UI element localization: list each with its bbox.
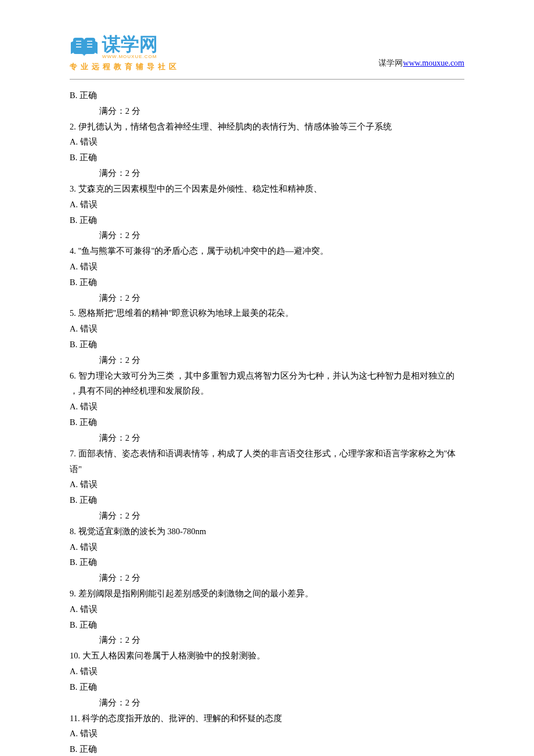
score-line: 满分：2 分	[70, 632, 464, 648]
option-a: A. 错误	[70, 539, 464, 555]
page-header: 谋学网 WWW.MOUXUE.COM 专业远程教育辅导社区 谋学网www.mou…	[70, 35, 464, 72]
logo-top: 谋学网 WWW.MOUXUE.COM	[70, 35, 158, 59]
option-b: B. 正确	[70, 741, 464, 756]
question-10: 10. 大五人格因素问卷属于人格测验中的投射测验。	[70, 648, 464, 664]
option-a: A. 错误	[70, 602, 464, 617]
option-a: A. 错误	[70, 726, 464, 741]
site-label: 谋学网	[378, 59, 403, 67]
option-b: B. 正确	[70, 415, 464, 430]
option-b: B. 正确	[70, 617, 464, 633]
question-4: 4. "鱼与熊掌不可兼得"的矛盾心态，属于动机冲突中的趋—避冲突。	[70, 243, 464, 259]
logo-text: 谋学网 WWW.MOUXUE.COM	[102, 35, 158, 59]
question-2: 2. 伊扎德认为，情绪包含着神经生理、神经肌肉的表情行为、情感体验等三个子系统	[70, 119, 464, 135]
site-link[interactable]: www.mouxue.com	[403, 59, 464, 67]
question-3: 3. 艾森克的三因素模型中的三个因素是外倾性、稳定性和精神质、	[70, 181, 464, 197]
score-line: 满分：2 分	[70, 430, 464, 446]
question-11: 11. 科学的态度指开放的、批评的、理解的和怀疑的态度	[70, 711, 464, 726]
score-line: 满分：2 分	[70, 570, 464, 586]
score-line: 满分：2 分	[70, 290, 464, 306]
question-9: 9. 差别阈限是指刚刚能引起差别感受的刺激物之间的最小差异。	[70, 586, 464, 602]
option-a: A. 错误	[70, 134, 464, 150]
logo-tagline: 专业远程教育辅导社区	[70, 62, 180, 72]
header-divider	[70, 79, 464, 80]
logo-subtitle: WWW.MOUXUE.COM	[102, 55, 158, 59]
option-b: B. 正确	[70, 150, 464, 165]
leading-option-b: B. 正确	[70, 88, 464, 103]
content-body: B. 正确 满分：2 分 2. 伊扎德认为，情绪包含着神经生理、神经肌肉的表情行…	[70, 88, 464, 756]
option-b: B. 正确	[70, 555, 464, 570]
question-7: 7. 面部表情、姿态表情和语调表情等，构成了人类的非言语交往形式，心理学家和语言…	[70, 446, 464, 477]
option-b: B. 正确	[70, 492, 464, 508]
option-a: A. 错误	[70, 664, 464, 679]
option-a: A. 错误	[70, 259, 464, 275]
option-b: B. 正确	[70, 337, 464, 352]
option-a: A. 错误	[70, 321, 464, 337]
question-8: 8. 视觉适宜刺激的波长为 380-780nm	[70, 524, 464, 539]
score-line: 满分：2 分	[70, 352, 464, 368]
score-line: 满分：2 分	[70, 165, 464, 181]
score-line: 满分：2 分	[70, 695, 464, 711]
score-line: 满分：2 分	[70, 228, 464, 243]
option-a: A. 错误	[70, 477, 464, 492]
question-6: 6. 智力理论大致可分为三类 ，其中多重智力观点将智力区分为七种，并认为这七种智…	[70, 368, 464, 399]
question-5: 5. 恩格斯把"思维着的精神"即意识称为地球上最美的花朵。	[70, 305, 464, 321]
score-line: 满分：2 分	[70, 103, 464, 119]
option-a: A. 错误	[70, 399, 464, 415]
score-line: 满分：2 分	[70, 508, 464, 524]
logo-block: 谋学网 WWW.MOUXUE.COM 专业远程教育辅导社区	[70, 35, 180, 72]
book-icon	[70, 35, 99, 59]
option-a: A. 错误	[70, 197, 464, 213]
logo-title: 谋学网	[102, 35, 158, 53]
option-b: B. 正确	[70, 213, 464, 228]
site-text: 谋学网www.mouxue.com	[378, 58, 464, 72]
option-b: B. 正确	[70, 275, 464, 290]
option-b: B. 正确	[70, 679, 464, 695]
